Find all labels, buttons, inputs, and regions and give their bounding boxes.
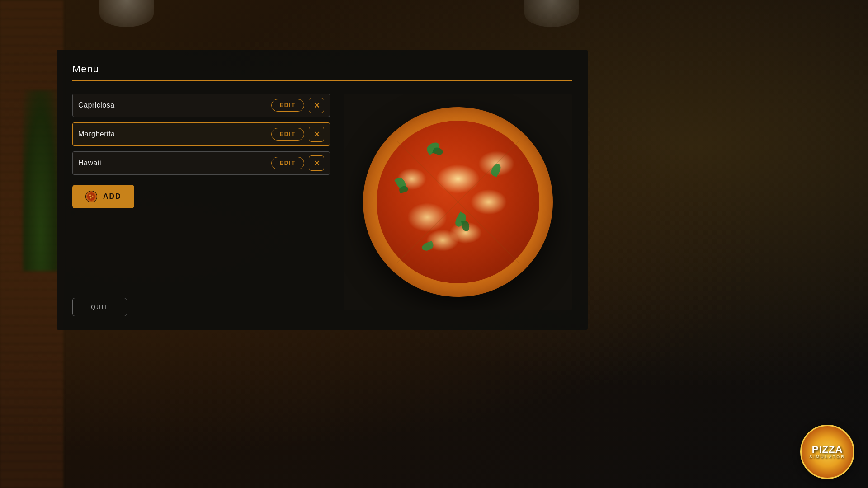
panel-divider	[72, 80, 572, 81]
edit-button-margherita[interactable]: EDIT	[271, 128, 304, 141]
panel-content: Capriciosa EDIT ✕ Margherita EDIT ✕ Hawa…	[72, 94, 572, 310]
menu-item-name-hawaii: Hawaii	[78, 159, 267, 167]
game-logo: PIZZA SIMULATOR	[800, 425, 854, 479]
menu-item-name-margherita: Margherita	[78, 130, 267, 138]
quit-button[interactable]: QUIT	[72, 298, 127, 316]
pizza-image	[363, 107, 553, 297]
menu-item-margherita: Margherita EDIT ✕	[72, 122, 330, 146]
menu-item-hawaii: Hawaii EDIT ✕	[72, 151, 330, 175]
x-icon-capriciosa: ✕	[314, 101, 320, 110]
slice-lines	[363, 107, 553, 297]
edit-button-capriciosa[interactable]: EDIT	[271, 99, 304, 112]
pizza-preview-panel	[344, 94, 572, 310]
add-pizza-button[interactable]: ADD	[72, 185, 134, 208]
panel-title: Menu	[72, 63, 572, 75]
pizza-icon	[85, 190, 98, 203]
logo-circle: PIZZA SIMULATOR	[800, 425, 854, 479]
x-icon-margherita: ✕	[314, 130, 320, 139]
menu-item-name-capriciosa: Capriciosa	[78, 101, 267, 109]
plant-decoration	[23, 90, 59, 271]
ceiling-lamp-right	[524, 0, 579, 27]
ceiling-lamp-left	[99, 0, 154, 27]
add-button-label: ADD	[103, 192, 122, 201]
edit-button-hawaii[interactable]: EDIT	[271, 157, 304, 169]
main-panel: Menu Capriciosa EDIT ✕ Margherita EDIT ✕	[57, 50, 588, 330]
logo-subtitle: SIMULATOR	[809, 455, 845, 459]
menu-item-capriciosa: Capriciosa EDIT ✕	[72, 94, 330, 117]
pizza-base	[363, 107, 553, 297]
menu-list: Capriciosa EDIT ✕ Margherita EDIT ✕ Hawa…	[72, 94, 330, 310]
x-icon-hawaii: ✕	[314, 159, 320, 168]
delete-button-capriciosa[interactable]: ✕	[309, 98, 324, 113]
delete-button-hawaii[interactable]: ✕	[309, 155, 324, 171]
logo-title: PIZZA	[812, 445, 843, 455]
delete-button-margherita[interactable]: ✕	[309, 127, 324, 142]
